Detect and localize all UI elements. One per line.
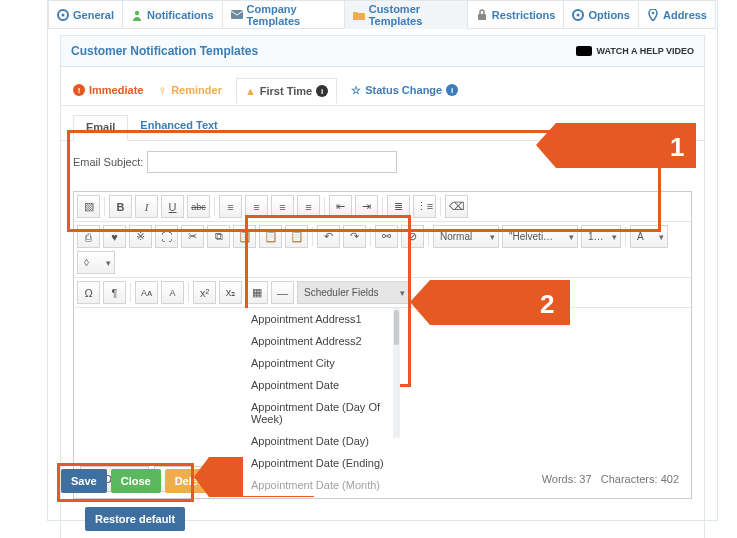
svg-point-7: [652, 11, 655, 14]
info-icon[interactable]: i: [316, 85, 328, 97]
tab-label: General: [73, 9, 114, 21]
tab-email[interactable]: Email: [73, 115, 128, 141]
subject-label: Email Subject:: [73, 156, 143, 168]
tab-label: Company Templates: [247, 3, 336, 27]
underline-button[interactable]: U: [161, 195, 184, 218]
subscript-icon[interactable]: x₂: [219, 281, 242, 304]
info-icon[interactable]: i: [446, 84, 458, 96]
attach-icon[interactable]: ※: [129, 225, 152, 248]
image-icon[interactable]: ▧: [77, 195, 100, 218]
clear-format-icon[interactable]: ⌫: [445, 195, 468, 218]
char-icon[interactable]: ¶: [103, 281, 126, 304]
tab-restrictions[interactable]: Restrictions: [467, 0, 565, 29]
paste-icon[interactable]: 📋: [233, 225, 256, 248]
tab-status-change[interactable]: ☆Status Changei: [351, 84, 458, 97]
dropdown-item[interactable]: Appointment Date (Day Of Week): [243, 396, 393, 430]
heart-icon[interactable]: ♥: [103, 225, 126, 248]
case-icon[interactable]: Aᴀ: [135, 281, 158, 304]
fullscreen-icon[interactable]: ⛶: [155, 225, 178, 248]
size-select[interactable]: 1…: [581, 225, 621, 248]
format-select[interactable]: Normal: [433, 225, 499, 248]
dropdown-item[interactable]: Appointment Date (Day): [243, 430, 393, 452]
outdent-icon[interactable]: ⇤: [329, 195, 352, 218]
tab-general[interactable]: General: [48, 0, 123, 29]
dropdown-item[interactable]: Appointment Address2: [243, 330, 393, 352]
font-icon[interactable]: A: [161, 281, 184, 304]
print-icon[interactable]: ⎙: [77, 225, 100, 248]
close-button[interactable]: Close: [111, 469, 161, 493]
indent-icon[interactable]: ⇥: [355, 195, 378, 218]
align-justify-icon[interactable]: ≡: [297, 195, 320, 218]
dropdown-item[interactable]: Appointment Date (Month): [243, 474, 393, 496]
text-color-select[interactable]: A: [630, 225, 668, 248]
pin-icon: [647, 9, 659, 21]
tab-reminder[interactable]: ♀Reminder: [157, 83, 222, 98]
tab-address[interactable]: Address: [638, 0, 716, 29]
callout-number: 2: [540, 289, 554, 320]
lock-icon: [476, 9, 488, 21]
paste-text-icon[interactable]: 📋: [259, 225, 282, 248]
tab-notifications[interactable]: Notifications: [122, 0, 223, 29]
tab-company-templates[interactable]: Company Templates: [222, 0, 345, 29]
align-right-icon[interactable]: ≡: [271, 195, 294, 218]
strike-button[interactable]: abc: [187, 195, 210, 218]
align-left-icon[interactable]: ≡: [219, 195, 242, 218]
toolbar-row-3: Ω ¶ Aᴀ A x² x₂ ▦ — Scheduler Fields: [74, 278, 691, 308]
panel: Customer Notification Templates WATCH A …: [60, 35, 705, 538]
tab-customer-templates[interactable]: Customer Templates: [344, 0, 468, 29]
list-ol-icon[interactable]: ≣: [387, 195, 410, 218]
restore-default-button[interactable]: Restore default: [85, 507, 185, 531]
bulb-icon: ♀: [157, 83, 167, 98]
align-center-icon[interactable]: ≡: [245, 195, 268, 218]
dropdown-item[interactable]: Appointment Date (Ending): [243, 452, 393, 474]
superscript-icon[interactable]: x²: [193, 281, 216, 304]
alert-icon: !: [73, 84, 85, 96]
scheduler-fields-dropdown: Appointment Address1 Appointment Address…: [243, 308, 393, 496]
tab-label: Restrictions: [492, 9, 556, 21]
callout-number: 1: [670, 132, 684, 163]
link-icon[interactable]: ⚯: [375, 225, 398, 248]
tab-enhanced-text[interactable]: Enhanced Text: [128, 114, 229, 140]
toolbar-row-2: ⎙ ♥ ※ ⛶ ✂ ⧉ 📋 📋 📋 ↶ ↷ ⚯ ⊘ Normal "Helvet…: [74, 222, 691, 278]
undo-icon[interactable]: ↶: [317, 225, 340, 248]
unlink-icon[interactable]: ⊘: [401, 225, 424, 248]
tab-label: First Time: [260, 85, 312, 97]
hr-icon[interactable]: —: [271, 281, 294, 304]
top-nav: General Notifications Company Templates …: [49, 0, 716, 27]
video-icon: [576, 46, 592, 56]
svg-point-1: [62, 13, 65, 16]
redo-icon[interactable]: ↷: [343, 225, 366, 248]
font-select[interactable]: "Helveti…: [502, 225, 578, 248]
svg-rect-4: [478, 14, 486, 20]
italic-button[interactable]: I: [135, 195, 158, 218]
editor-body[interactable]: Appointment Address1 Appointment Address…: [74, 308, 691, 460]
tab-immediate[interactable]: !Immediate: [73, 84, 143, 96]
panel-title: Customer Notification Templates: [71, 36, 258, 66]
scheduler-fields-select[interactable]: Scheduler Fields: [297, 281, 409, 304]
help-video-link[interactable]: WATCH A HELP VIDEO: [576, 36, 694, 66]
gear-icon: [57, 9, 69, 21]
dropdown-item[interactable]: Appointment City: [243, 352, 393, 374]
cut-icon[interactable]: ✂: [181, 225, 204, 248]
list-ul-icon[interactable]: ⋮≡: [413, 195, 436, 218]
bold-button[interactable]: B: [109, 195, 132, 218]
tab-options[interactable]: Options: [563, 0, 639, 29]
paste-word-icon[interactable]: 📋: [285, 225, 308, 248]
rich-text-editor: ▧ B I U abc ≡ ≡ ≡ ≡ ⇤ ⇥ ≣ ⋮≡ ⌫ ⎙: [73, 191, 692, 499]
copy-icon[interactable]: ⧉: [207, 225, 230, 248]
tab-label: Reminder: [171, 84, 222, 96]
editor-stats: Words: 37 Characters: 402: [542, 473, 685, 485]
tab-label: Address: [663, 9, 707, 21]
symbol-icon[interactable]: Ω: [77, 281, 100, 304]
table-icon[interactable]: ▦: [245, 281, 268, 304]
subject-input[interactable]: [147, 151, 397, 173]
dropdown-item[interactable]: Appointment Date: [243, 374, 393, 396]
dropdown-item[interactable]: Appointment Address1: [243, 308, 393, 330]
tab-first-time[interactable]: ▲First Timei: [236, 78, 337, 104]
folder-icon: [353, 9, 365, 21]
tab-label: Notifications: [147, 9, 214, 21]
dropdown-scrollbar[interactable]: [393, 308, 400, 438]
bg-color-select[interactable]: ◊: [77, 251, 115, 274]
save-button[interactable]: Save: [61, 469, 107, 493]
star-icon: ☆: [351, 84, 361, 97]
